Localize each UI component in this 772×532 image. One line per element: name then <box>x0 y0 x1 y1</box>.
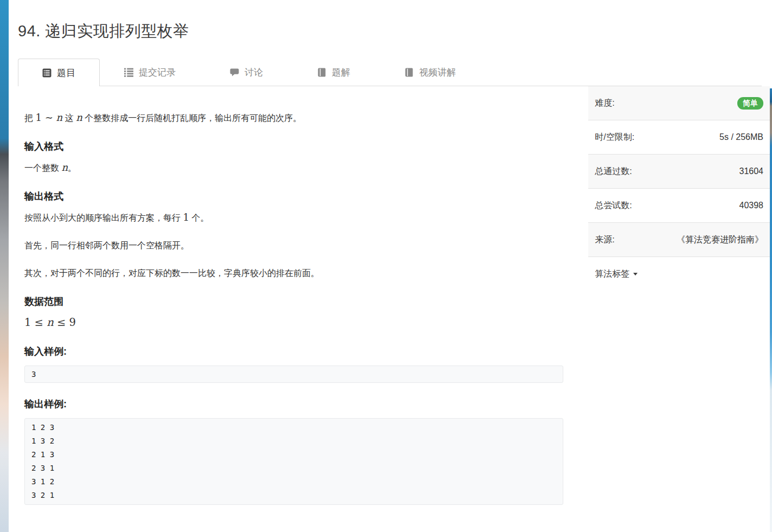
difficulty-badge: 简单 <box>737 97 763 110</box>
algorithm-tags-dropdown[interactable]: 算法标签 <box>595 268 638 280</box>
list-alt-icon <box>42 68 52 78</box>
limits-value: 5s / 256MB <box>719 132 763 142</box>
tab-problem[interactable]: 题目 <box>18 59 100 86</box>
tab-video[interactable]: 视频讲解 <box>404 59 456 86</box>
input-sample-heading: 输入样例: <box>24 344 571 358</box>
tab-solutions[interactable]: 题解 <box>317 59 350 86</box>
problem-info-sidebar: 难度: 简单 时/空限制: 5s / 256MB 总通过数: 31604 总尝试… <box>588 86 770 291</box>
source-label: 来源: <box>595 234 614 246</box>
background-art-right <box>770 88 772 532</box>
tab-submissions[interactable]: 提交记录 <box>124 59 176 86</box>
math-range: 1 ∼ <box>35 112 56 123</box>
tab-label: 题目 <box>57 67 75 79</box>
accepted-label: 总通过数: <box>595 166 632 177</box>
comment-icon <box>230 68 239 77</box>
tab-label: 题解 <box>332 66 350 79</box>
background-art-left <box>0 0 9 532</box>
output-format-line1: 按照从小到大的顺序输出所有方案，每行 1 个。 <box>24 210 571 225</box>
accepted-value: 31604 <box>739 166 764 176</box>
data-range-formula: 1 ≤ n ≤ 9 <box>24 316 571 330</box>
data-range-heading: 数据范围 <box>24 294 571 309</box>
book-icon <box>317 68 326 77</box>
sidebar-row-limits: 时/空限制: 5s / 256MB <box>588 120 770 155</box>
output-sample-heading: 输出样例: <box>24 397 571 411</box>
sidebar-row-attempts: 总尝试数: 40398 <box>588 189 770 223</box>
output-sample-code: 1 2 3 1 3 2 2 1 3 2 3 1 3 1 2 3 2 1 <box>24 418 563 505</box>
difficulty-label: 难度: <box>595 98 614 109</box>
math-n: n <box>61 162 68 173</box>
book-icon <box>404 68 414 77</box>
sidebar-row-accepted: 总通过数: 31604 <box>588 155 770 189</box>
input-sample-code: 3 <box>24 366 563 383</box>
input-format-heading: 输入格式 <box>24 139 571 153</box>
output-format-heading: 输出格式 <box>24 189 571 203</box>
problem-statement: 把 1 ∼ n 这 n 个整数排成一行后随机打乱顺序，输出所有可能的次序。 输入… <box>18 86 571 519</box>
attempts-label: 总尝试数: <box>595 200 632 211</box>
chevron-down-icon <box>633 273 638 275</box>
sidebar-row-source: 来源: 《算法竞赛进阶指南》 <box>588 223 770 257</box>
problem-page: 94. 递归实现排列型枚举 题目 提交记录 讨论 题解 <box>9 0 770 532</box>
tags-label: 算法标签 <box>595 268 629 280</box>
sidebar-row-tags: 算法标签 <box>588 257 770 291</box>
output-format-line2: 首先，同一行相邻两个数用一个空格隔开。 <box>24 239 571 253</box>
tab-label: 提交记录 <box>139 66 176 79</box>
source-value: 《算法竞赛进阶指南》 <box>677 234 763 246</box>
tab-bar: 题目 提交记录 讨论 题解 视频讲解 <box>18 59 762 86</box>
intro-paragraph: 把 1 ∼ n 这 n 个整数排成一行后随机打乱顺序，输出所有可能的次序。 <box>24 111 571 125</box>
limits-label: 时/空限制: <box>595 132 634 143</box>
sidebar-row-difficulty: 难度: 简单 <box>588 86 770 120</box>
attempts-value: 40398 <box>739 201 764 210</box>
output-format-line3: 其次，对于两个不同的行，对应下标的数一一比较，字典序较小的排在前面。 <box>24 266 571 280</box>
list-icon <box>124 68 133 77</box>
tab-discussion[interactable]: 讨论 <box>230 59 263 86</box>
math-one: 1 <box>183 211 189 223</box>
tab-label: 视频讲解 <box>419 66 456 79</box>
math-n: n <box>76 112 82 123</box>
input-format-text: 一个整数 n。 <box>24 161 571 175</box>
tab-label: 讨论 <box>245 66 263 79</box>
page-title: 94. 递归实现排列型枚举 <box>9 0 770 42</box>
